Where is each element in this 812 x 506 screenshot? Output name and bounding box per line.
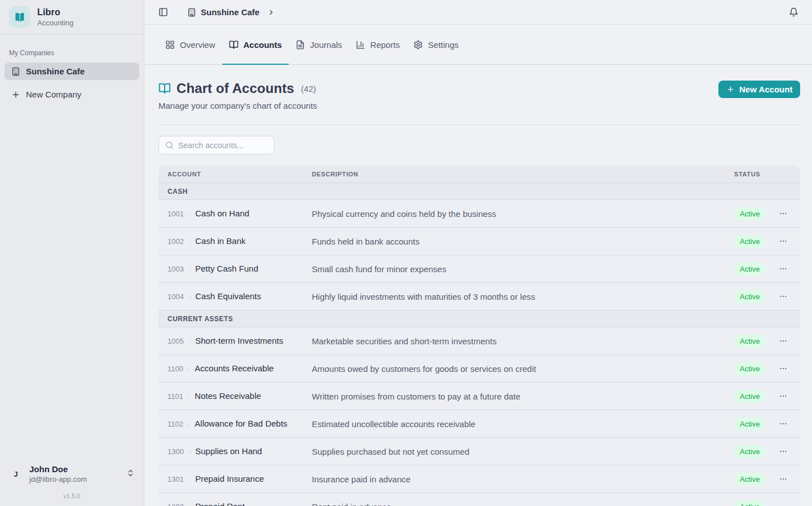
- tab-journals[interactable]: Journals: [289, 25, 349, 64]
- tab-accounts[interactable]: Accounts: [222, 25, 289, 64]
- account-name: Notes Receivable: [195, 391, 261, 401]
- plus-icon: [726, 85, 735, 94]
- breadcrumb[interactable]: Sunshine Cafe: [187, 7, 275, 17]
- sidebar: Libro Accounting My Companies Sunshine C…: [0, 0, 144, 506]
- table-row[interactable]: 1100 Accounts Receivable Amounts owed by…: [158, 355, 800, 383]
- row-menu-button[interactable]: [775, 233, 791, 249]
- book-open-icon: [158, 82, 171, 95]
- table-row[interactable]: 1102 Allowance for Bad Debts Estimated u…: [158, 410, 800, 438]
- row-menu-button[interactable]: [775, 288, 791, 304]
- actions-cell: [765, 233, 791, 249]
- account-cell: 1300 Supplies on Hand: [167, 446, 312, 456]
- status-badge: Active: [734, 207, 765, 220]
- row-menu-button[interactable]: [775, 361, 791, 376]
- building-icon: [11, 67, 20, 76]
- sidebar-footer: J John Doe jd@libro-app.com v1.5.0: [0, 458, 144, 506]
- table-row[interactable]: 1300 Supplies on Hand Supplies purchased…: [158, 438, 800, 465]
- table-row[interactable]: 1004 Cash Equivalents Highly liquid inve…: [158, 283, 800, 310]
- tab-settings[interactable]: Settings: [407, 25, 465, 64]
- row-menu-button[interactable]: [775, 261, 791, 277]
- status-cell: Active: [734, 418, 765, 430]
- tab-label: Settings: [428, 40, 458, 50]
- account-code: 1004: [167, 292, 184, 301]
- new-company-button[interactable]: New Company: [5, 86, 139, 103]
- status-cell: Active: [734, 335, 765, 348]
- user-email: jd@libro-app.com: [29, 475, 87, 483]
- row-menu-button[interactable]: [775, 333, 791, 349]
- notifications-button[interactable]: [789, 7, 798, 17]
- sidebar-toggle-button[interactable]: [158, 7, 168, 17]
- app-version: v1.5.0: [9, 492, 135, 499]
- account-cell: 1302 Prepaid Rent: [167, 501, 312, 506]
- row-menu-button[interactable]: [775, 443, 791, 459]
- app-logo-area: Libro Accounting: [0, 0, 144, 34]
- table-row[interactable]: 1001 Cash on Hand Physical currency and …: [158, 200, 800, 228]
- account-cell: 1002 Cash in Bank: [167, 236, 312, 246]
- column-header-status: STATUS: [734, 171, 765, 177]
- account-cell: 1101 Notes Receivable: [167, 391, 312, 401]
- actions-cell: [765, 361, 791, 376]
- account-code: 1300: [167, 447, 184, 456]
- actions-cell: [765, 261, 791, 277]
- account-code: 1003: [167, 265, 184, 273]
- tab-bar: Overview Accounts Journals Reports: [144, 25, 812, 65]
- status-cell: Active: [734, 362, 765, 375]
- sidebar-item-company[interactable]: Sunshine Cafe: [5, 63, 139, 80]
- account-description: Estimated uncollectible accounts receiva…: [312, 419, 734, 429]
- search-input[interactable]: [178, 141, 268, 150]
- table-section-header: CASH: [158, 183, 800, 200]
- dot-separator: [188, 501, 191, 506]
- account-name: Prepaid Insurance: [195, 474, 264, 483]
- account-description: Written promises from customers to pay a…: [312, 392, 734, 401]
- grid-icon: [165, 40, 175, 50]
- status-badge: Active: [734, 418, 765, 430]
- row-menu-button[interactable]: [775, 388, 791, 404]
- status-badge: Active: [734, 473, 765, 486]
- table-row[interactable]: 1301 Prepaid Insurance Insurance paid in…: [158, 465, 800, 493]
- account-name: Cash Equivalents: [195, 291, 261, 301]
- user-menu[interactable]: J John Doe jd@libro-app.com: [9, 464, 135, 483]
- row-menu-button[interactable]: [775, 206, 791, 221]
- table-header: ACCOUNT DESCRIPTION STATUS: [158, 166, 800, 183]
- table-row[interactable]: 1101 Notes Receivable Written promises f…: [158, 383, 800, 410]
- tab-label: Reports: [370, 40, 400, 50]
- new-account-button[interactable]: New Account: [718, 81, 800, 98]
- file-text-icon: [295, 40, 305, 50]
- row-menu-button[interactable]: [775, 471, 791, 487]
- actions-cell: [765, 388, 791, 404]
- table-row[interactable]: 1005 Short-term Investments Marketable s…: [158, 327, 800, 355]
- account-code: 1101: [167, 392, 183, 401]
- account-description: Insurance paid in advance: [312, 474, 734, 484]
- row-menu-button[interactable]: [775, 416, 791, 432]
- table-row[interactable]: 1003 Petty Cash Fund Small cash fund for…: [158, 255, 800, 283]
- status-badge: Active: [734, 290, 765, 303]
- account-cell: 1004 Cash Equivalents: [167, 291, 312, 301]
- dot-separator: [188, 236, 191, 246]
- ellipsis-icon: [779, 392, 788, 401]
- status-cell: Active: [734, 235, 765, 248]
- breadcrumb-label: Sunshine Cafe: [201, 7, 259, 17]
- status-badge: Active: [734, 235, 765, 248]
- dot-separator: [188, 208, 191, 219]
- row-menu-button[interactable]: [775, 499, 791, 506]
- dot-separator: [188, 363, 190, 374]
- account-description: Highly liquid investments with maturitie…: [312, 292, 734, 301]
- accounts-count: (42): [301, 84, 316, 94]
- status-cell: Active: [734, 290, 765, 303]
- actions-cell: [765, 333, 791, 349]
- account-description: Rent paid in advance: [312, 502, 734, 506]
- account-name: Allowance for Bad Debts: [195, 419, 287, 428]
- status-badge: Active: [734, 263, 765, 276]
- chevron-right-icon: [267, 8, 275, 16]
- account-code: 1005: [167, 337, 184, 345]
- tab-overview[interactable]: Overview: [158, 25, 222, 64]
- status-badge: Active: [734, 500, 765, 506]
- table-row[interactable]: 1002 Cash in Bank Funds held in bank acc…: [158, 228, 800, 255]
- account-code: 1301: [167, 475, 184, 483]
- page-title: Chart of Accounts: [176, 81, 294, 96]
- account-cell: 1005 Short-term Investments: [167, 336, 312, 346]
- tab-reports[interactable]: Reports: [349, 25, 407, 64]
- chevrons-up-down-icon[interactable]: [126, 469, 135, 480]
- main-area: Sunshine Cafe Overview Accounts: [144, 0, 812, 506]
- table-row[interactable]: 1302 Prepaid Rent Rent paid in advance A…: [158, 493, 800, 506]
